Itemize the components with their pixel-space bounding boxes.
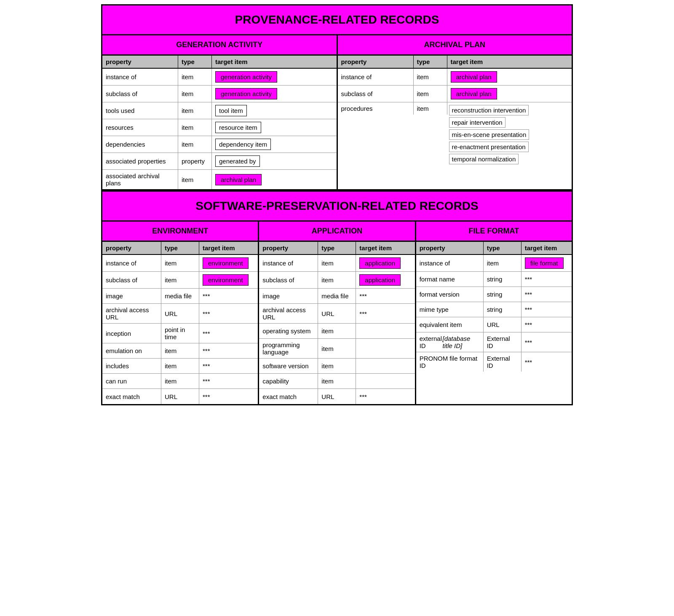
ff-prop-mime-type: mime type [416,302,484,317]
ff-row-external-id: external ID [database title ID] External… [416,332,572,352]
app-target-os [356,324,415,338]
ga-target-dependencies: dependency item [212,136,337,153]
generation-activity-table: property type target item instance of it… [102,56,338,189]
env-target-subclass-of: environment [199,272,258,288]
app-col-target: target item [356,242,415,254]
env-target-includes: *** [199,359,258,373]
env-row-includes: includes item *** [102,359,258,374]
ga-row-assoc-props: associated properties property generated… [102,153,337,170]
ga-prop-subclass-of: subclass of [102,86,178,102]
ap-type-instance-of: item [414,69,447,85]
app-prop-archival-url: archival access URL [259,304,318,323]
ga-badge-assoc-archival: archival plan [215,174,262,185]
env-row-archival-url: archival access URL URL *** [102,304,258,324]
env-col-type: type [161,242,199,254]
ap-procedure-5: temporal normalization [449,154,519,164]
ff-row-equivalent-item: equivalent item URL *** [416,317,572,332]
provenance-title: PROVENANCE-RELATED RECORDS [102,5,572,35]
app-row-os: operating system item [259,324,415,339]
env-col-headers: property type target item [102,242,258,255]
ga-type-assoc-archival: item [178,170,212,189]
env-prop-includes: includes [102,359,161,373]
env-type-emulation-on: item [161,343,199,358]
app-badge-instance-of: application [359,257,401,269]
ff-type-format-version: string [484,287,522,302]
env-target-emulation-on: *** [199,343,258,358]
app-type-os: item [318,324,356,338]
app-type-sw-version: item [318,359,356,373]
ff-type-mime-type: string [484,302,522,317]
ga-badge-tools-used: tool item [215,105,247,116]
ff-col-target: target item [522,242,572,254]
provenance-tables: property type target item instance of it… [102,56,572,190]
main-wrapper: PROVENANCE-RELATED RECORDS GENERATION AC… [101,4,573,405]
app-prop-image: image [259,289,318,303]
ap-col-type: type [414,56,447,68]
ga-prop-resources: resources [102,119,178,136]
ga-target-assoc-props: generated by [212,153,337,169]
env-prop-inception: inception [102,324,161,343]
env-prop-instance-of: instance of [102,255,161,271]
app-col-property: property [259,242,318,254]
ff-col-type: type [484,242,522,254]
app-type-exact-match: URL [318,389,356,404]
ff-target-external-id: *** [522,332,572,352]
ap-row-procedures: procedures item reconstruction intervent… [338,102,572,167]
ap-col-property: property [338,56,414,68]
app-type-capability: item [318,374,356,388]
ff-prop-pronom-id: PRONOM file format ID [416,352,484,372]
env-type-inception: point in time [161,324,199,343]
app-header: APPLICATION [259,222,416,241]
ff-type-format-name: string [484,272,522,287]
software-title: SOFTWARE-PRESERVATION-RELATED RECORDS [102,190,572,222]
ap-row-subclass-of: subclass of item archival plan [338,86,572,102]
ga-row-dependencies: dependencies item dependency item [102,136,337,153]
env-prop-image: image [102,289,161,303]
ga-row-assoc-archival: associated archival plans item archival … [102,170,337,189]
app-target-sw-version [356,359,415,373]
app-type-archival-url: URL [318,304,356,323]
env-row-image: image media file *** [102,289,258,304]
env-row-exact-match: exact match URL *** [102,389,258,404]
ff-target-equivalent-item: *** [522,317,572,332]
app-type-prog-lang: item [318,339,356,358]
ap-type-procedures: item [414,102,447,115]
archival-plan-table: property type target item instance of it… [338,56,572,189]
env-target-inception: *** [199,324,258,343]
ff-type-pronom-id: External ID [484,352,522,372]
ff-target-pronom-id: *** [522,352,572,372]
software-subsection-headers: ENVIRONMENT APPLICATION FILE FORMAT [102,222,572,242]
ga-type-resources: item [178,119,212,136]
ga-row-subclass-of: subclass of item generation activity [102,86,337,102]
env-prop-exact-match: exact match [102,389,161,404]
app-prop-exact-match: exact match [259,389,318,404]
ff-target-instance-of: file format [522,255,572,271]
ap-col-target: target item [447,56,572,68]
env-type-instance-of: item [161,255,199,271]
ga-badge-assoc-props: generated by [215,155,260,167]
ga-header: GENERATION ACTIVITY [102,35,338,54]
ff-row-mime-type: mime type string *** [416,302,572,317]
app-target-prog-lang [356,339,415,358]
app-type-image: media file [318,289,356,303]
app-target-instance-of: application [356,255,415,271]
env-type-subclass-of: item [161,272,199,288]
env-row-can-run: can run item *** [102,374,258,389]
ff-target-format-version: *** [522,287,572,302]
software-tables: property type target item instance of it… [102,242,572,404]
ff-row-format-name: format name string *** [416,272,572,287]
env-row-emulation-on: emulation on item *** [102,343,258,359]
env-prop-subclass-of: subclass of [102,272,161,288]
env-type-exact-match: URL [161,389,199,404]
ff-prop-instance-of: instance of [416,255,484,271]
env-row-inception: inception point in time *** [102,324,258,343]
env-row-instance-of: instance of item environment [102,255,258,272]
env-type-includes: item [161,359,199,373]
ap-prop-procedures: procedures [338,102,414,115]
app-col-type: type [318,242,356,254]
app-prop-instance-of: instance of [259,255,318,271]
ap-prop-subclass-of: subclass of [338,86,414,102]
ga-target-assoc-archival: archival plan [212,170,337,189]
ff-prop-format-version: format version [416,287,484,302]
ga-target-instance-of: generation activity [212,69,337,85]
